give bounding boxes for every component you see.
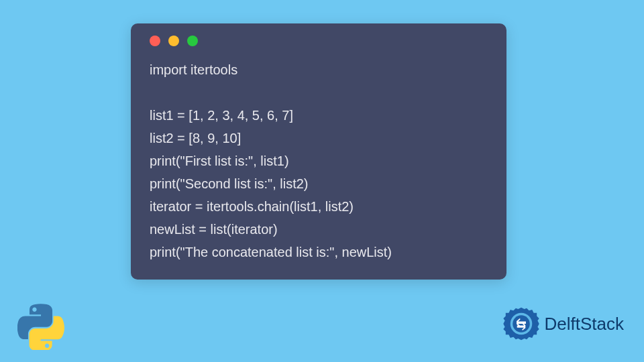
code-line: list1 = [1, 2, 3, 4, 5, 6, 7] (150, 104, 488, 127)
code-line: newList = list(iterator) (150, 218, 488, 241)
code-line: print("First list is:", list1) (150, 149, 488, 172)
code-window: import itertools list1 = [1, 2, 3, 4, 5,… (131, 23, 506, 280)
python-logo-icon (17, 303, 64, 350)
delftstack-icon (502, 304, 541, 343)
code-blank-line (150, 81, 488, 104)
code-line: print("The concatenated list is:", newLi… (150, 241, 488, 263)
close-icon[interactable] (150, 36, 160, 46)
code-body: import itertools list1 = [1, 2, 3, 4, 5,… (150, 58, 488, 263)
window-controls (150, 36, 488, 46)
maximize-icon[interactable] (187, 36, 198, 46)
code-line: import itertools (150, 58, 488, 81)
code-line: print("Second list is:", list2) (150, 172, 488, 195)
delftstack-label: DelftStack (545, 314, 625, 335)
code-line: list2 = [8, 9, 10] (150, 127, 488, 149)
code-line: iterator = itertools.chain(list1, list2) (150, 195, 488, 218)
minimize-icon[interactable] (168, 36, 179, 46)
delftstack-logo: DelftStack (502, 304, 625, 343)
